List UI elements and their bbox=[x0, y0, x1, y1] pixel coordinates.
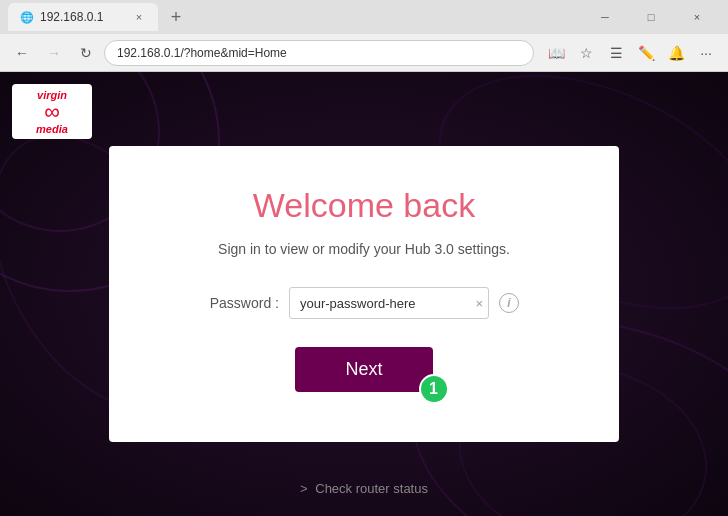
web-note-icon[interactable]: ✏️ bbox=[632, 39, 660, 67]
footer-link-text: Check router status bbox=[315, 481, 428, 496]
tab-title: 192.168.0.1 bbox=[40, 10, 103, 24]
active-tab[interactable]: 🌐 192.168.0.1 × bbox=[8, 3, 158, 31]
browser-frame: 🌐 192.168.0.1 × + ─ □ × ← → ↻ 192.168.0.… bbox=[0, 0, 728, 72]
password-input[interactable] bbox=[289, 287, 489, 319]
maximize-button[interactable]: □ bbox=[628, 0, 674, 34]
logo-area: virgin ∞ media bbox=[12, 84, 92, 139]
password-label: Password : bbox=[209, 295, 279, 311]
nav-bar: ← → ↻ 192.168.0.1/?home&mid=Home 📖 ☆ ☰ ✏… bbox=[0, 34, 728, 72]
virgin-media-logo: virgin ∞ media bbox=[36, 89, 68, 135]
next-button-wrap: Next 1 bbox=[295, 347, 432, 392]
chevron-icon: > bbox=[300, 481, 308, 496]
new-tab-button[interactable]: + bbox=[162, 3, 190, 31]
signin-subtitle: Sign in to view or modify your Hub 3.0 s… bbox=[218, 241, 510, 257]
forward-button[interactable]: → bbox=[40, 39, 68, 67]
more-icon[interactable]: ··· bbox=[692, 39, 720, 67]
back-button[interactable]: ← bbox=[8, 39, 36, 67]
refresh-button[interactable]: ↻ bbox=[72, 39, 100, 67]
address-text: 192.168.0.1/?home&mid=Home bbox=[117, 46, 287, 60]
media-text: media bbox=[36, 123, 68, 135]
info-button[interactable]: i bbox=[499, 293, 519, 313]
welcome-title: Welcome back bbox=[253, 186, 475, 225]
reading-view-icon[interactable]: 📖 bbox=[542, 39, 570, 67]
window-controls: ─ □ × bbox=[582, 0, 720, 34]
check-router-status-link[interactable]: > Check router status bbox=[300, 481, 428, 496]
toolbar-icons: 📖 ☆ ☰ ✏️ 🔔 ··· bbox=[542, 39, 720, 67]
minimize-button[interactable]: ─ bbox=[582, 0, 628, 34]
favorites-icon[interactable]: ☆ bbox=[572, 39, 600, 67]
hub-icon[interactable]: ☰ bbox=[602, 39, 630, 67]
logo-box: virgin ∞ media bbox=[12, 84, 92, 139]
tab-favicon: 🌐 bbox=[20, 11, 34, 24]
page-content: virgin ∞ media Welcome back Sign in to v… bbox=[0, 72, 728, 516]
close-button[interactable]: × bbox=[674, 0, 720, 34]
notifications-icon[interactable]: 🔔 bbox=[662, 39, 690, 67]
step-badge: 1 bbox=[419, 374, 449, 404]
clear-input-button[interactable]: × bbox=[475, 296, 483, 311]
address-bar[interactable]: 192.168.0.1/?home&mid=Home bbox=[104, 40, 534, 66]
password-input-wrap: × bbox=[289, 287, 489, 319]
tab-close-button[interactable]: × bbox=[132, 10, 146, 24]
next-button[interactable]: Next bbox=[295, 347, 432, 392]
password-row: Password : × i bbox=[169, 287, 559, 319]
infinity-symbol: ∞ bbox=[44, 101, 60, 123]
tab-bar: 🌐 192.168.0.1 × + ─ □ × bbox=[0, 0, 728, 34]
login-card: Welcome back Sign in to view or modify y… bbox=[109, 146, 619, 442]
